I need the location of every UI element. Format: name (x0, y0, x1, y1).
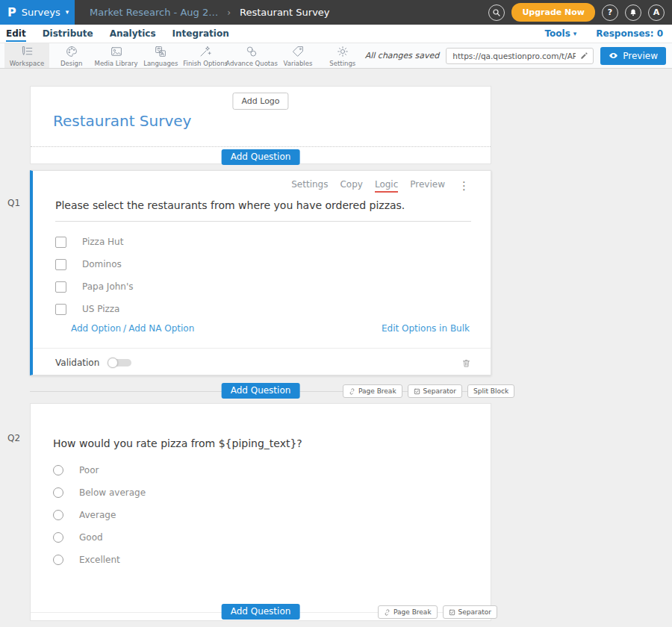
magic-wand-icon (199, 45, 212, 58)
add-na-option-link[interactable]: Add NA Option (128, 323, 194, 334)
add-question-button-top[interactable]: Add Question (222, 149, 300, 165)
link-separator: / (123, 323, 126, 334)
question-text-q2[interactable]: How would you rate pizza from ${piping_t… (53, 437, 471, 449)
separator-button[interactable]: Separator (443, 605, 497, 619)
toolbar-item-media-library[interactable]: Media Library (94, 43, 139, 68)
top-header: P Surveys ▾ Market Research - Aug 2… › R… (0, 0, 672, 25)
option-label: Good (79, 532, 103, 543)
add-option-link[interactable]: Add Option (71, 323, 121, 334)
tab-integration[interactable]: Integration (172, 25, 229, 42)
tab-analytics[interactable]: Analytics (110, 25, 156, 42)
option-label: Papa John's (82, 281, 133, 292)
toolbar-item-label: Languages (143, 60, 178, 67)
breadcrumb-folder[interactable]: Market Research - Aug 2… (90, 7, 218, 18)
question-text-q1[interactable]: Please select the restaurants from where… (55, 199, 471, 222)
radio-option-list: Poor Below average Average Good Excellen… (53, 459, 468, 571)
upgrade-now-button[interactable]: Upgrade Now (511, 3, 595, 22)
question-card-q2: How would you rate pizza from ${piping_t… (30, 403, 491, 621)
toolbar-item-label: Design (60, 60, 82, 67)
page-break-button[interactable]: Page Break (343, 384, 402, 398)
notifications-button[interactable] (625, 4, 641, 21)
edit-options-in-bulk-link[interactable]: Edit Options in Bulk (382, 323, 470, 334)
responses-count[interactable]: Responses: 0 (596, 28, 663, 39)
search-icon (492, 8, 501, 17)
checkbox[interactable] (55, 259, 66, 270)
survey-title[interactable]: Restaurant Survey (53, 112, 191, 130)
validation-row: Validation (55, 355, 471, 370)
separator-label: Separator (423, 387, 456, 395)
save-status: All changes saved (365, 51, 440, 60)
radio-button[interactable] (53, 532, 63, 543)
radio-button[interactable] (53, 510, 63, 520)
option-links: Add Option/Add NA Option (71, 323, 194, 334)
question-menu: Settings Copy Logic Preview ⋮ (291, 179, 470, 193)
insert-buttons: Page Break Separator Split Block (343, 384, 514, 398)
option-row: Papa John's (55, 275, 468, 298)
add-question-button-bottom[interactable]: Add Question (222, 604, 300, 620)
separator-icon (449, 609, 455, 616)
chain-links-icon (245, 45, 258, 58)
toolbar-item-label: Variables (284, 60, 313, 67)
share-url-box (446, 48, 594, 64)
insert-buttons: Page Break Separator (378, 605, 497, 619)
questionpro-logo: P (7, 7, 16, 19)
share-url-input[interactable] (451, 51, 577, 61)
tab-edit[interactable]: Edit (6, 25, 26, 42)
image-icon (110, 45, 123, 58)
kebab-menu-icon[interactable]: ⋮ (458, 181, 470, 192)
validation-label: Validation (55, 358, 99, 368)
toolbar-item-variables[interactable]: Variables (276, 43, 320, 68)
option-row: Pizza Hut (55, 231, 468, 253)
split-block-button[interactable]: Split Block (467, 384, 514, 398)
menu-item-settings[interactable]: Settings (291, 179, 328, 193)
edit-url-pencil-icon[interactable] (580, 52, 588, 60)
page-break-button[interactable]: Page Break (378, 605, 438, 619)
delete-question-button[interactable] (461, 358, 471, 369)
toolbar-item-label: Settings (329, 60, 355, 67)
chevron-down-icon: ▾ (66, 9, 69, 16)
tools-menu[interactable]: Tools ▾ (544, 28, 576, 39)
help-button[interactable]: ? (602, 4, 618, 21)
add-question-button-middle[interactable]: Add Question (222, 383, 300, 399)
editor-toolbar: Workspace Design Media Library Languages… (0, 43, 672, 69)
option-label: Dominos (82, 259, 122, 269)
toolbar-item-design[interactable]: Design (49, 43, 94, 68)
toolbar-item-workspace[interactable]: Workspace (4, 43, 49, 68)
radio-button[interactable] (53, 465, 63, 475)
tab-distribute[interactable]: Distribute (43, 25, 93, 42)
checkbox[interactable] (55, 304, 66, 315)
nav-tabs: Edit Distribute Analytics Integration (0, 25, 229, 42)
survey-nav: Edit Distribute Analytics Integration To… (0, 25, 672, 43)
avatar[interactable]: A (648, 4, 665, 21)
option-row: Excellent (53, 549, 468, 571)
breadcrumb-current: Restaurant Survey (240, 7, 330, 18)
breadcrumb: Market Research - Aug 2… › Restaurant Su… (75, 0, 330, 25)
preview-button[interactable]: Preview (600, 47, 666, 65)
menu-item-preview[interactable]: Preview (410, 179, 445, 193)
breadcrumb-separator: › (227, 7, 231, 18)
separator-label: Separator (458, 608, 491, 616)
option-row: Poor (53, 459, 468, 481)
option-row: Average (53, 504, 468, 526)
product-menu[interactable]: P Surveys ▾ (0, 0, 75, 25)
toolbar-item-advance-quotas[interactable]: Advance Quotas (228, 43, 276, 68)
separator-button[interactable]: Separator (408, 384, 462, 398)
toolbar-item-settings[interactable]: Settings (320, 43, 365, 68)
menu-item-logic[interactable]: Logic (375, 179, 398, 193)
search-button[interactable] (488, 4, 505, 21)
checkbox[interactable] (55, 281, 66, 293)
menu-item-copy[interactable]: Copy (340, 179, 362, 193)
gear-icon (336, 45, 349, 58)
split-block-label: Split Block (473, 387, 508, 395)
radio-button[interactable] (53, 487, 63, 498)
toolbar-item-label: Finish Options (183, 60, 228, 67)
trash-icon (461, 358, 471, 369)
toolbar-item-languages[interactable]: Languages (138, 43, 183, 68)
toolbar-item-finish-options[interactable]: Finish Options (183, 43, 228, 68)
add-logo-button[interactable]: Add Logo (232, 93, 288, 110)
validation-toggle[interactable] (108, 358, 132, 368)
bell-icon (629, 8, 638, 17)
radio-button[interactable] (53, 555, 63, 565)
checkbox[interactable] (55, 237, 66, 248)
help-icon: ? (608, 7, 612, 17)
